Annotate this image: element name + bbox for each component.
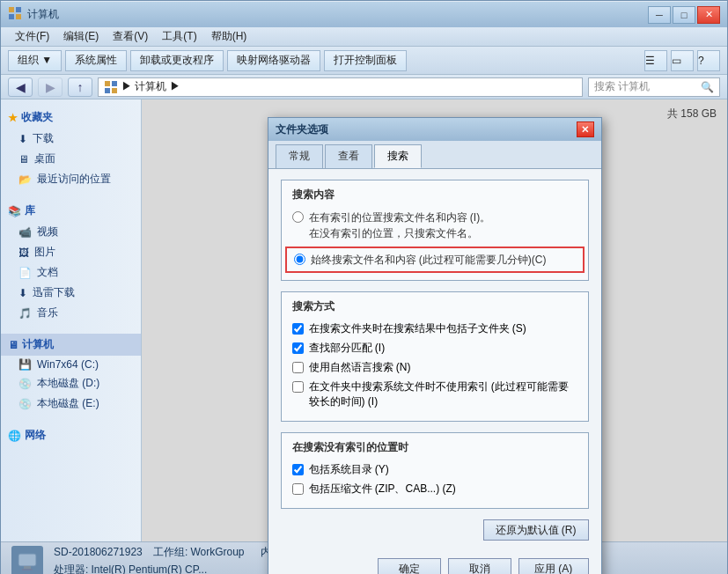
- search-box[interactable]: 搜索 计算机 🔍: [588, 77, 720, 97]
- search-method-label: 搜索方式: [292, 299, 577, 314]
- computer-header: 🖥 计算机: [1, 334, 141, 356]
- cb-include-subfolders[interactable]: [292, 323, 304, 335]
- drive-e-icon: 💿: [18, 398, 32, 410]
- organize-button[interactable]: 组织 ▼: [8, 50, 62, 71]
- menu-view[interactable]: 查看(V): [106, 27, 155, 46]
- cb-include-compressed[interactable]: [292, 483, 304, 495]
- cb-row-2: 查找部分匹配 (I): [292, 341, 577, 356]
- recent-icon: 📂: [18, 173, 32, 186]
- sidebar-item-thunder[interactable]: ⬇ 迅雷下载: [1, 283, 141, 303]
- radio-indexed-label: 在有索引的位置搜索文件名和内容 (I)。在没有索引的位置，只搜索文件名。: [309, 210, 491, 241]
- sidebar-item-drive-e[interactable]: 💿 本地磁盘 (E:): [1, 394, 141, 414]
- music-icon: 🎵: [18, 307, 32, 320]
- network-header: 🌐 网络: [1, 424, 141, 446]
- thunder-icon: ⬇: [18, 287, 27, 299]
- sidebar-item-drive-c[interactable]: 💾 Win7x64 (C:): [1, 356, 141, 373]
- svg-rect-1: [16, 7, 21, 12]
- computer-name: SD-201806271923: [54, 546, 143, 558]
- sidebar-item-drive-d[interactable]: 💿 本地磁盘 (D:): [1, 373, 141, 394]
- sidebar: ★ 收藏夹 ⬇ 下载 🖥 桌面 📂 最近访问的位置: [1, 99, 142, 541]
- forward-button[interactable]: ▶: [38, 77, 63, 97]
- details-pane-button[interactable]: ▭: [671, 50, 694, 71]
- sidebar-item-video[interactable]: 📹 视频: [1, 222, 141, 242]
- no-index-label: 在搜索没有索引的位置时: [292, 440, 577, 455]
- tab-search[interactable]: 搜索: [374, 144, 422, 168]
- window-title: 计算机: [27, 7, 648, 22]
- download-icon: ⬇: [18, 133, 27, 145]
- favorites-header: ★ 收藏夹: [1, 107, 141, 129]
- address-path: ▶ 计算机 ▶: [121, 79, 180, 94]
- radio-always-search[interactable]: [294, 254, 305, 265]
- drive-c-icon: 💾: [18, 358, 32, 371]
- menu-help[interactable]: 帮助(H): [204, 27, 254, 46]
- window-icon: [8, 6, 22, 23]
- sidebar-item-pictures[interactable]: 🖼 图片: [1, 242, 141, 262]
- radio-row-2: 始终搜索文件名和内容 (此过程可能需要几分钟)(C): [285, 247, 585, 273]
- cb-row-5: 包括系统目录 (Y): [292, 462, 577, 477]
- dialog-overlay: 文件夹选项 ✕ 常规 查看 搜索 搜索内容: [142, 99, 727, 541]
- maximize-button[interactable]: □: [673, 6, 695, 24]
- cb-row-1: 在搜索文件夹时在搜索结果中包括子文件夹 (S): [292, 321, 577, 336]
- dialog-tabs: 常规 查看 搜索: [268, 141, 601, 169]
- cb-include-subfolders-label: 在搜索文件夹时在搜索结果中包括子文件夹 (S): [309, 321, 526, 336]
- open-controlpanel-button[interactable]: 打开控制面板: [324, 50, 407, 71]
- menu-edit[interactable]: 编辑(E): [56, 27, 106, 46]
- sidebar-item-documents[interactable]: 📄 文档: [1, 262, 141, 283]
- sidebar-item-desktop[interactable]: 🖥 桌面: [1, 149, 141, 169]
- dialog-close-button[interactable]: ✕: [577, 121, 594, 137]
- dialog-titlebar: 文件夹选项 ✕: [268, 118, 601, 141]
- network-section: 🌐 网络: [1, 424, 141, 446]
- minimize-button[interactable]: ─: [648, 6, 671, 24]
- tab-general[interactable]: 常规: [276, 144, 323, 168]
- back-button[interactable]: ◀: [8, 77, 33, 97]
- cb-row-6: 包括压缩文件 (ZIP、CAB...) (Z): [292, 482, 577, 497]
- cb-include-system-dir[interactable]: [292, 464, 304, 475]
- no-index-section: 在搜索没有索引的位置时 包括系统目录 (Y) 包括压缩文件 (ZIP、CAB..…: [281, 432, 589, 509]
- svg-rect-0: [9, 7, 14, 12]
- svg-rect-6: [105, 88, 110, 93]
- window-controls: ─ □ ✕: [648, 6, 720, 24]
- uninstall-button[interactable]: 卸载或更改程序: [130, 50, 224, 71]
- system-properties-button[interactable]: 系统属性: [65, 50, 127, 71]
- search-method-section: 搜索方式 在搜索文件夹时在搜索结果中包括子文件夹 (S) 查找部分匹配 (I): [281, 291, 589, 422]
- cb-partial-match-label: 查找部分匹配 (I): [309, 341, 386, 356]
- documents-icon: 📄: [18, 267, 32, 279]
- drive-d-icon: 💿: [18, 378, 32, 390]
- cb-partial-match[interactable]: [292, 342, 304, 354]
- cancel-button[interactable]: 取消: [448, 558, 511, 574]
- radio-indexed[interactable]: [292, 211, 304, 223]
- cb-no-index-system[interactable]: [292, 381, 304, 393]
- address-bar[interactable]: ▶ 计算机 ▶: [98, 77, 583, 97]
- content-area: 共 158 GB 文件夹选项 ✕ 常规 查看 搜索: [142, 99, 727, 541]
- view-toggle-button[interactable]: ☰: [644, 50, 667, 71]
- svg-rect-2: [9, 14, 14, 19]
- svg-rect-5: [112, 81, 117, 86]
- radio-always-search-label: 始终搜索文件名和内容 (此过程可能需要几分钟)(C): [311, 252, 547, 268]
- cb-include-system-dir-label: 包括系统目录 (Y): [309, 462, 389, 477]
- sidebar-item-recent[interactable]: 📂 最近访问的位置: [1, 169, 141, 189]
- up-button[interactable]: ↑: [68, 77, 92, 97]
- ok-button[interactable]: 确定: [378, 558, 441, 574]
- cb-natural-language[interactable]: [292, 362, 304, 373]
- processor-value: Intel(R) Pentium(R) CP...: [91, 563, 207, 575]
- tab-view[interactable]: 查看: [325, 144, 372, 168]
- restore-defaults-button[interactable]: 还原为默认值 (R): [483, 519, 589, 541]
- cb-include-compressed-label: 包括压缩文件 (ZIP、CAB...) (Z): [309, 482, 456, 497]
- titlebar: 计算机 ─ □ ✕: [1, 1, 727, 27]
- menu-tools[interactable]: 工具(T): [155, 27, 203, 46]
- svg-rect-10: [22, 569, 33, 570]
- sidebar-item-downloads[interactable]: ⬇ 下载: [1, 129, 141, 149]
- computer-section: 🖥 计算机 💾 Win7x64 (C:) 💿 本地磁盘 (D:) 💿 本地磁盘 …: [1, 334, 141, 414]
- sidebar-item-music[interactable]: 🎵 音乐: [1, 303, 141, 323]
- help-button[interactable]: ?: [697, 50, 720, 71]
- apply-button[interactable]: 应用 (A): [518, 558, 589, 574]
- libraries-header: 📚 库: [1, 200, 141, 222]
- menu-file[interactable]: 文件(F): [8, 27, 56, 46]
- svg-rect-4: [105, 81, 110, 86]
- window-close-button[interactable]: ✕: [697, 6, 720, 24]
- search-placeholder: 搜索 计算机: [594, 79, 650, 94]
- map-drive-button[interactable]: 映射网络驱动器: [227, 50, 320, 71]
- cb-no-index-system-label: 在文件夹中搜索系统文件时不使用索引 (此过程可能需要较长的时间) (I): [309, 379, 577, 409]
- computer-icon: 🖥: [8, 339, 18, 351]
- dialog-body: 搜索内容 在有索引的位置搜索文件名和内容 (I)。在没有索引的位置，只搜索文件名…: [268, 169, 601, 551]
